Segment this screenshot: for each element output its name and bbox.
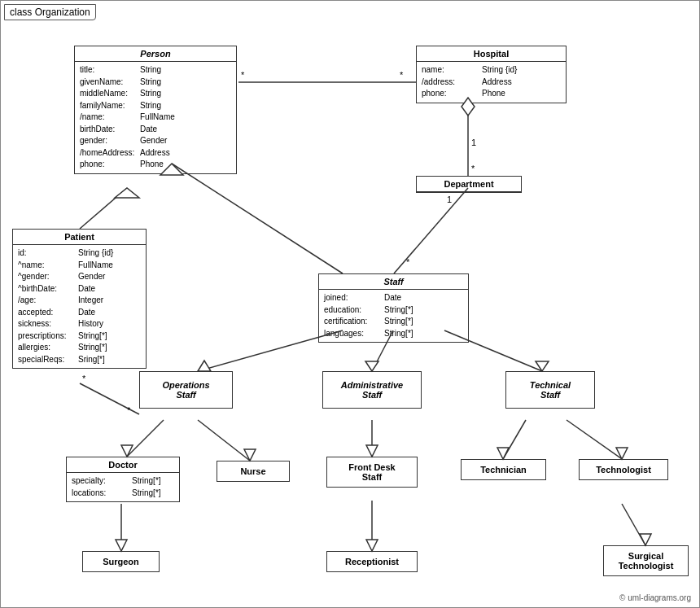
surgeon-box: Surgeon — [82, 551, 160, 572]
nurse-box: Nurse — [217, 461, 290, 482]
svg-line-7 — [394, 188, 468, 273]
receptionist-label: Receptionist — [345, 557, 399, 566]
svg-line-10 — [80, 188, 127, 229]
patient-attrs: id:String {id} ^name:FullName ^gender:Ge… — [13, 245, 146, 368]
department-title: Department — [417, 177, 521, 192]
technologist-label: Technologist — [596, 465, 651, 475]
svg-marker-11 — [115, 188, 139, 198]
front-desk-staff-box: Front DeskStaff — [326, 457, 418, 488]
person-box: Person title:String givenName:String mid… — [74, 46, 237, 174]
technician-box: Technician — [461, 459, 546, 480]
staff-title: Staff — [319, 274, 468, 290]
svg-marker-18 — [198, 361, 211, 371]
diagram-container: class Organization Person title:String g… — [0, 0, 700, 608]
svg-line-12 — [172, 164, 343, 273]
svg-line-29 — [503, 420, 526, 459]
nurse-label: Nurse — [240, 466, 265, 476]
patient-title: Patient — [13, 230, 146, 245]
receptionist-box: Receptionist — [326, 551, 418, 572]
svg-text:*: * — [241, 70, 245, 80]
svg-text:*: * — [82, 374, 86, 383]
svg-text:*: * — [406, 257, 410, 267]
doctor-box: Doctor specialty:String[*] locations:Str… — [66, 457, 180, 502]
svg-text:1: 1 — [447, 195, 452, 204]
svg-text:*: * — [471, 164, 475, 173]
hospital-title: Hospital — [417, 46, 566, 62]
svg-marker-36 — [366, 540, 378, 551]
patient-box: Patient id:String {id} ^name:FullName ^g… — [12, 229, 147, 369]
surgeon-label: Surgeon — [103, 557, 139, 566]
diagram-title: class Organization — [4, 4, 96, 20]
svg-marker-20 — [365, 361, 378, 371]
staff-box: Staff joined:Date education:String[*] ce… — [318, 273, 469, 343]
svg-text:*: * — [127, 405, 131, 415]
technologist-box: Technologist — [579, 459, 668, 480]
svg-line-14 — [80, 383, 139, 414]
staff-attrs: joined:Date education:String[*] certific… — [319, 290, 468, 342]
hospital-attrs: name:String {id} /address:Address phone:… — [417, 62, 566, 103]
technical-staff-box: TechnicalStaff — [505, 371, 595, 409]
svg-marker-30 — [497, 448, 509, 459]
svg-marker-22 — [536, 361, 549, 371]
svg-line-23 — [127, 420, 164, 457]
surgical-technologist-label: SurgicalTechnologist — [619, 551, 674, 571]
hospital-box: Hospital name:String {id} /address:Addre… — [416, 46, 567, 103]
svg-line-31 — [567, 420, 622, 459]
svg-marker-24 — [121, 445, 133, 457]
doctor-attrs: specialty:String[*] locations:String[*] — [67, 473, 179, 501]
svg-text:*: * — [400, 70, 404, 80]
svg-marker-28 — [366, 445, 378, 457]
administrative-staff-box: AdministrativeStaff — [322, 371, 422, 409]
person-attrs: title:String givenName:String middleName… — [75, 62, 236, 173]
operations-staff-box: OperationsStaff — [139, 371, 233, 409]
surgical-technologist-box: SurgicalTechnologist — [603, 545, 689, 576]
technical-staff-title: TechnicalStaff — [511, 377, 589, 403]
operations-staff-title: OperationsStaff — [145, 377, 227, 403]
copyright: © uml-diagrams.org — [619, 593, 691, 602]
svg-line-37 — [622, 504, 645, 545]
doctor-title: Doctor — [67, 457, 179, 473]
svg-line-25 — [198, 420, 250, 461]
svg-marker-32 — [616, 448, 628, 459]
administrative-staff-title: AdministrativeStaff — [328, 377, 416, 403]
svg-text:1: 1 — [471, 138, 476, 147]
person-title: Person — [75, 46, 236, 62]
front-desk-staff-label: Front DeskStaff — [348, 462, 395, 482]
svg-marker-38 — [640, 534, 651, 545]
department-box: Department — [416, 176, 522, 193]
technician-label: Technician — [480, 465, 527, 475]
svg-marker-34 — [116, 540, 127, 551]
svg-marker-26 — [244, 449, 256, 461]
